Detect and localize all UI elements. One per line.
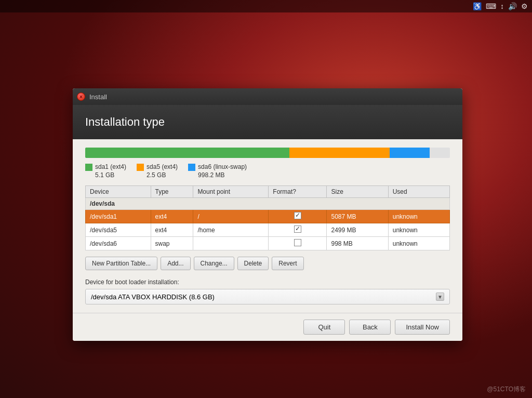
bootloader-label: Device for boot loader installation: — [85, 278, 450, 286]
add-button[interactable]: Add... — [161, 257, 190, 270]
close-button[interactable]: × — [77, 92, 85, 101]
volume-icon[interactable]: 🔊 — [508, 2, 517, 10]
dialog-titlebar: × Install — [73, 88, 462, 105]
col-size: Size — [327, 186, 388, 198]
revert-button[interactable]: Revert — [272, 257, 303, 270]
table-row[interactable]: /dev/sda6 swap 998 MB unknown — [86, 237, 450, 250]
table-row[interactable]: /dev/sda1 ext4 / 5087 MB unknown — [86, 210, 450, 223]
change-button[interactable]: Change... — [194, 257, 234, 270]
legend-color-sda5 — [137, 164, 144, 171]
bar-sda1 — [85, 148, 289, 158]
col-device: Device — [86, 186, 151, 198]
table-row[interactable]: /dev/sda5 ext4 /home 2499 MB unknown — [86, 223, 450, 237]
legend-color-sda1 — [85, 164, 92, 171]
quit-button[interactable]: Quit — [303, 320, 345, 335]
dialog-header: Installation type — [73, 105, 462, 139]
taskbar: ♿ ⌨ ↕ 🔊 ⚙ — [0, 0, 532, 12]
settings-icon[interactable]: ⚙ — [521, 2, 528, 10]
watermark: @51CTO博客 — [487, 385, 526, 394]
legend-sda5: sda5 (ext4) 2.5 GB — [137, 163, 178, 179]
format-checkbox-sda1[interactable] — [269, 210, 327, 223]
col-used: Used — [388, 186, 449, 198]
partition-table: Device Type Mount point Format? Size Use… — [85, 185, 450, 250]
dialog-title: Install — [89, 93, 107, 101]
keyboard-icon[interactable]: ⌨ — [486, 2, 496, 10]
action-buttons: New Partition Table... Add... Change... … — [85, 257, 450, 270]
network-icon[interactable]: ↕ — [500, 2, 504, 10]
bootloader-select[interactable]: /dev/sda ATA VBOX HARDDISK (8.6 GB) ▼ — [85, 289, 450, 304]
format-checkbox-sda6[interactable] — [269, 237, 327, 250]
col-type: Type — [151, 186, 193, 198]
install-now-button[interactable]: Install Now — [395, 320, 450, 335]
legend-text-sda5: sda5 (ext4) 2.5 GB — [147, 163, 178, 179]
page-title: Installation type — [85, 115, 450, 129]
bootloader-value: /dev/sda ATA VBOX HARDDISK (8.6 GB) — [91, 293, 215, 301]
table-group-header: /dev/sda — [86, 198, 450, 210]
legend-sda1: sda1 (ext4) 5.1 GB — [85, 163, 126, 179]
install-dialog: × Install Installation type sda1 (ext4) … — [73, 88, 462, 341]
dialog-footer: Quit Back Install Now — [73, 313, 462, 341]
new-partition-table-button[interactable]: New Partition Table... — [85, 257, 157, 270]
bar-sda5 — [289, 148, 390, 158]
back-button[interactable]: Back — [349, 320, 391, 335]
legend-text-sda6: sda6 (linux-swap) 998.2 MB — [198, 163, 247, 179]
col-format: Format? — [269, 186, 327, 198]
partition-legend: sda1 (ext4) 5.1 GB sda5 (ext4) 2.5 GB sd… — [85, 163, 450, 179]
bar-sda6 — [390, 148, 430, 158]
legend-color-sda6 — [188, 164, 195, 171]
dialog-body: sda1 (ext4) 5.1 GB sda5 (ext4) 2.5 GB sd… — [73, 139, 462, 313]
col-mount: Mount point — [193, 186, 269, 198]
dropdown-arrow-icon: ▼ — [436, 293, 444, 301]
delete-button[interactable]: Delete — [237, 257, 269, 270]
legend-sda6: sda6 (linux-swap) 998.2 MB — [188, 163, 247, 179]
legend-text-sda1: sda1 (ext4) 5.1 GB — [95, 163, 126, 179]
bar-free — [430, 148, 450, 158]
accessibility-icon[interactable]: ♿ — [473, 2, 482, 10]
format-checkbox-sda5[interactable] — [269, 223, 327, 237]
partition-bar — [85, 148, 450, 158]
